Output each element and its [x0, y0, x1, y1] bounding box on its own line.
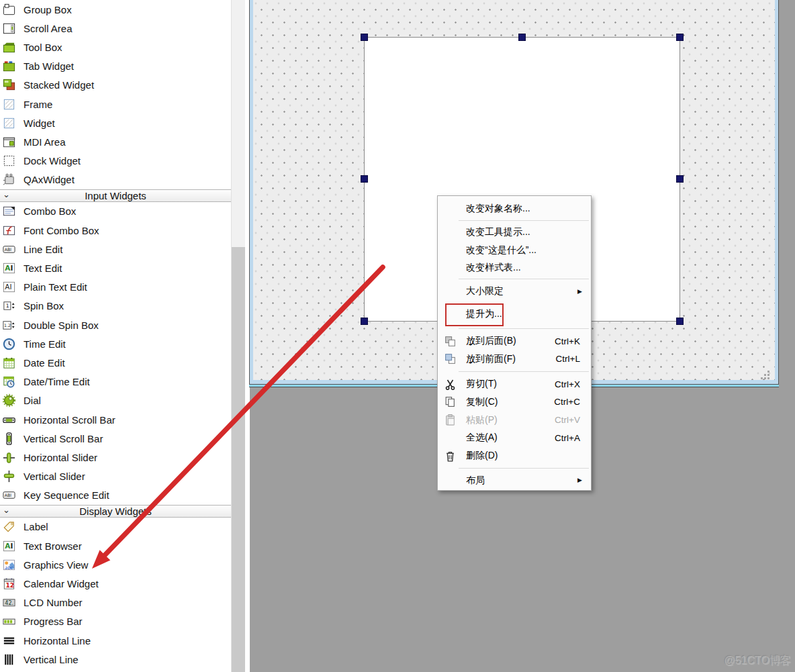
sidebar-item-frame[interactable]: Frame [0, 95, 231, 113]
sidebar-item-date-edit[interactable]: Date Edit [0, 353, 231, 372]
resize-handle-bottom-right[interactable] [676, 318, 684, 325]
section-header-label: Input Widgets [85, 190, 146, 201]
sidebar-item-date-time-edit[interactable]: Date/Time Edit [0, 373, 231, 391]
sidebar-section-display-widgets[interactable]: ⌄Display Widgets [0, 505, 231, 518]
widget-box-sidebar: Group Box Scroll Area Tool Box Tab Widge… [0, 0, 232, 672]
highlight-box [445, 303, 504, 326]
sidebar-item-spin-box[interactable]: Spin Box [0, 297, 231, 316]
sidebar-item-label[interactable]: Label [0, 518, 231, 536]
plain-text-edit-icon [2, 280, 16, 294]
sidebar-item-vertical-line[interactable]: Vertical Line [0, 650, 231, 669]
resize-handle-top-middle[interactable] [518, 34, 526, 41]
menu-item-layout[interactable]: 布局▶ [438, 471, 591, 489]
graphics-view-icon [2, 558, 16, 572]
watermark: @51CTO博客 [724, 654, 791, 668]
submenu-arrow-icon: ▶ [577, 288, 582, 295]
menu-separator [459, 328, 589, 329]
sidebar-item-font-combo-box[interactable]: Font Combo Box [0, 221, 231, 240]
send-to-back-icon [444, 335, 457, 348]
sidebar-item-widget[interactable]: Widget [0, 113, 231, 132]
sidebar-item-plain-text-edit[interactable]: Plain Text Edit [0, 278, 231, 297]
time-edit-icon [2, 337, 16, 351]
sidebar-scrollbar-thumb[interactable] [232, 247, 245, 672]
date-edit-icon [2, 356, 16, 370]
sidebar-item-horizontal-line[interactable]: Horizontal Line [0, 631, 231, 650]
sidebar-item-combo-box[interactable]: Combo Box [0, 202, 231, 221]
sidebar-item-line-edit[interactable]: Line Edit [0, 240, 231, 258]
menu-item-select-all[interactable]: 全选(A)Ctrl+A [438, 429, 591, 447]
double-spin-box-icon [2, 318, 16, 332]
calendar-widget-icon [2, 577, 16, 591]
menu-item-size-constraints[interactable]: 大小限定▶ [438, 283, 591, 301]
menu-shortcut: Ctrl+L [556, 354, 580, 364]
sidebar-item-vertical-scroll-bar[interactable]: Vertical Scroll Bar [0, 429, 231, 448]
stacked-widget-icon [2, 78, 16, 92]
chevron-down-icon: ⌄ [3, 189, 10, 199]
copy-icon [444, 395, 457, 408]
sidebar-item-progress-bar[interactable]: Progress Bar [0, 612, 231, 631]
menu-item-change-tooltip[interactable]: 改变工具提示... [438, 223, 591, 241]
menu-item-bring-to-front[interactable]: 放到前面(F)Ctrl+L [438, 350, 591, 368]
menu-shortcut: Ctrl+K [555, 336, 580, 346]
qt-designer-screenshot: { "watermark": "@51CTO博客", "annotations"… [0, 0, 795, 672]
menu-shortcut: Ctrl+X [555, 379, 580, 389]
sidebar-item-tab-widget[interactable]: Tab Widget [0, 57, 231, 76]
sidebar-scrollbar-track[interactable] [232, 0, 245, 672]
sidebar-item-dock-widget[interactable]: Dock Widget [0, 152, 231, 171]
sidebar-item-calendar-widget[interactable]: Calendar Widget [0, 574, 231, 593]
context-menu: 改变对象名称... 改变工具提示... 改变“这是什么”... 改变样式表...… [437, 195, 592, 491]
sidebar-item-graphics-view[interactable]: Graphics View [0, 555, 231, 574]
vertical-scroll-bar-icon [2, 432, 16, 446]
sidebar-item-text-browser[interactable]: Text Browser [0, 536, 231, 555]
menu-separator [459, 220, 589, 221]
sidebar-item-horizontal-scroll-bar[interactable]: Horizontal Scroll Bar [0, 410, 231, 429]
horizontal-slider-icon [2, 450, 16, 465]
sidebar-item-stacked-widget[interactable]: Stacked Widget [0, 76, 231, 95]
resize-handle-top-left[interactable] [361, 34, 368, 41]
spin-box-icon [2, 299, 16, 313]
mdi-area-icon [2, 135, 16, 149]
sidebar-item-lcd-number[interactable]: LCD Number [0, 593, 231, 612]
menu-item-delete[interactable]: 删除(D) [438, 447, 591, 465]
sidebar-item-tool-box[interactable]: Tool Box [0, 38, 231, 56]
sidebar-item-horizontal-slider[interactable]: Horizontal Slider [0, 448, 231, 467]
submenu-arrow-icon: ▶ [577, 477, 582, 483]
sidebar-item-dial[interactable]: Dial [0, 391, 231, 410]
qaxwidget-icon [2, 173, 16, 187]
menu-item-change-object-name[interactable]: 改变对象名称... [438, 200, 591, 218]
menu-shortcut: Ctrl+V [555, 415, 580, 425]
sidebar-item-mdi-area[interactable]: MDI Area [0, 132, 231, 151]
sidebar-item-double-spin-box[interactable]: Double Spin Box [0, 316, 231, 334]
resize-handle-middle-right[interactable] [676, 175, 684, 183]
resize-handle-bottom-left[interactable] [361, 318, 368, 325]
menu-item-change-stylesheet[interactable]: 改变样式表... [438, 259, 591, 277]
text-edit-icon [2, 261, 16, 275]
resize-handle-top-right[interactable] [676, 34, 684, 41]
sidebar-item-time-edit[interactable]: Time Edit [0, 334, 231, 353]
sidebar-item-vertical-slider[interactable]: Vertical Slider [0, 467, 231, 486]
sidebar-section-input-widgets[interactable]: ⌄Input Widgets [0, 189, 231, 202]
menu-separator [459, 279, 589, 279]
group-box-icon [2, 3, 16, 17]
tool-box-icon [2, 40, 16, 54]
sidebar-item-group-box[interactable]: Group Box [0, 0, 231, 19]
horizontal-scroll-bar-icon [2, 413, 16, 427]
sidebar-item-qaxwidget[interactable]: QAxWidget [0, 171, 231, 189]
menu-shortcut: Ctrl+A [555, 433, 580, 443]
menu-item-cut[interactable]: 剪切(T)Ctrl+X [438, 375, 591, 393]
menu-item-copy[interactable]: 复制(C)Ctrl+C [438, 393, 591, 411]
paste-icon [444, 414, 457, 426]
combo-box-icon [2, 204, 16, 218]
menu-item-change-whatsthis[interactable]: 改变“这是什么”... [438, 241, 591, 259]
widget-icon [2, 116, 16, 130]
menu-item-send-to-back[interactable]: 放到后面(B)Ctrl+K [438, 332, 591, 350]
tab-widget-icon [2, 59, 16, 73]
lcd-number-icon [2, 595, 16, 610]
bring-to-front-icon [444, 352, 457, 365]
sidebar-item-scroll-area[interactable]: Scroll Area [0, 19, 231, 38]
resize-handle-middle-left[interactable] [361, 175, 368, 183]
label-icon [2, 520, 16, 534]
sidebar-item-text-edit[interactable]: Text Edit [0, 258, 231, 277]
sidebar-item-key-sequence-edit[interactable]: Key Sequence Edit [0, 486, 231, 505]
resize-grip-icon[interactable] [759, 369, 771, 381]
